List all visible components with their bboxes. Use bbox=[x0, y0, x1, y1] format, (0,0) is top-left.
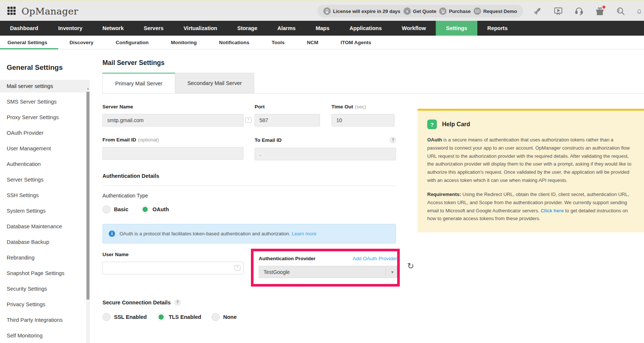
sidebar-item-database-backup[interactable]: Database Backup bbox=[0, 236, 90, 248]
support-headset-icon[interactable] bbox=[574, 6, 584, 16]
subnav-general-settings[interactable]: General Settings bbox=[0, 36, 58, 49]
secure-connection-heading: Secure Connection Details bbox=[102, 300, 171, 306]
macro-picker-icon[interactable]: * bbox=[234, 265, 241, 271]
user-name-input[interactable] bbox=[102, 262, 243, 274]
nav-tab-inventory[interactable]: Inventory bbox=[48, 21, 92, 36]
purchase-button[interactable]: Purchase bbox=[439, 7, 471, 15]
add-oauth-provider-link[interactable]: Add OAuth Provider bbox=[353, 256, 397, 261]
alarm-bell-icon[interactable] bbox=[637, 6, 642, 16]
get-quote-button[interactable]: $ Get Quote bbox=[403, 7, 437, 15]
sidebar-item-database-maintenance[interactable]: Database Maintenance bbox=[0, 220, 90, 233]
search-icon[interactable] bbox=[616, 6, 625, 16]
server-name-input[interactable] bbox=[102, 114, 243, 127]
click-here-link[interactable]: Click here bbox=[541, 208, 564, 213]
scrollbar-up-arrow[interactable]: ▲ bbox=[86, 87, 89, 90]
whats-new-rocket-icon[interactable] bbox=[533, 6, 542, 16]
sidebar-list: Mail server settings SMS Server Settings… bbox=[0, 80, 90, 342]
macro-picker-icon[interactable]: * bbox=[245, 117, 252, 123]
timeout-input[interactable] bbox=[331, 114, 395, 127]
main-nav: Dashboard Inventory Network Servers Virt… bbox=[0, 21, 644, 36]
nav-tab-reports[interactable]: Reports bbox=[477, 21, 518, 36]
auth-type-radio-group: Basic OAuth bbox=[102, 205, 396, 213]
radio-basic[interactable]: Basic bbox=[102, 205, 128, 213]
sidebar-item-security-settings[interactable]: Security Settings bbox=[0, 282, 90, 295]
sidebar-item-mail-server-settings[interactable]: Mail server settings bbox=[0, 80, 90, 92]
chevron-down-icon[interactable]: ▾ bbox=[391, 270, 393, 275]
sidebar-item-server-settings[interactable]: Server Settings bbox=[0, 173, 90, 186]
nav-tab-virtualization[interactable]: Virtualization bbox=[173, 21, 227, 36]
radio-tls-label: TLS Enabled bbox=[169, 314, 201, 320]
help-card: ? Help Card OAuth is a secure means of a… bbox=[418, 109, 644, 232]
radio-ssl-label: SSL Enabled bbox=[114, 314, 147, 320]
sidebar-item-authentication[interactable]: Authentication bbox=[0, 158, 90, 170]
svg-text:$: $ bbox=[406, 10, 408, 13]
settings-subnav: General Settings Discovery Configuration… bbox=[0, 36, 644, 49]
sidebar-item-rebranding[interactable]: Rebranding bbox=[0, 251, 90, 264]
header-icons bbox=[533, 6, 642, 16]
radio-none-circle[interactable] bbox=[212, 313, 220, 321]
select-divider bbox=[385, 268, 386, 275]
nav-tab-applications[interactable]: Applications bbox=[339, 21, 392, 36]
port-input[interactable] bbox=[255, 114, 320, 127]
subnav-discovery[interactable]: Discovery bbox=[58, 36, 105, 49]
radio-ssl-circle[interactable] bbox=[102, 313, 111, 321]
radio-none[interactable]: None bbox=[212, 313, 236, 321]
to-email-input[interactable] bbox=[255, 148, 396, 160]
request-demo-button[interactable]: Request Demo bbox=[474, 7, 517, 15]
radio-oauth-circle[interactable] bbox=[141, 205, 149, 213]
license-status[interactable]: License will expire in 29 days bbox=[323, 7, 400, 15]
secure-connection-help-icon[interactable]: ? bbox=[174, 299, 181, 306]
sidebar-item-sms-server-settings[interactable]: SMS Server Settings bbox=[0, 95, 90, 108]
nav-tab-settings[interactable]: Settings bbox=[436, 21, 477, 36]
nav-tab-storage[interactable]: Storage bbox=[227, 21, 267, 36]
cart-icon bbox=[439, 7, 447, 15]
subnav-notifications[interactable]: Notifications bbox=[208, 36, 261, 49]
training-video-icon[interactable] bbox=[553, 6, 563, 16]
to-email-label-row: To Email ID ? bbox=[255, 137, 396, 143]
sidebar-item-oauth-provider[interactable]: OAuth Provider bbox=[0, 127, 90, 139]
nav-tab-dashboard[interactable]: Dashboard bbox=[0, 21, 48, 36]
refresh-providers-button[interactable]: ↻ bbox=[407, 262, 414, 270]
sidebar-item-third-party-integrations[interactable]: Third Party Integrations bbox=[0, 314, 90, 326]
sidebar-item-ssh-settings[interactable]: SSH Settings bbox=[0, 189, 90, 202]
from-email-input[interactable] bbox=[102, 147, 243, 160]
mail-server-form: Server Name * Port Time Out bbox=[102, 104, 396, 321]
nav-tab-servers[interactable]: Servers bbox=[134, 21, 173, 36]
sidebar-item-snapshot-page-settings[interactable]: Snapshot Page Settings bbox=[0, 267, 90, 280]
oauth-info-text: OAuth is a protocol that facilitates tok… bbox=[120, 231, 316, 236]
nav-tab-network[interactable]: Network bbox=[92, 21, 134, 36]
sidebar-item-proxy-server-settings[interactable]: Proxy Server Settings bbox=[0, 111, 90, 124]
port-label: Port bbox=[255, 104, 331, 110]
subnav-ncm[interactable]: NCM bbox=[296, 36, 330, 49]
learn-more-link[interactable]: Learn more bbox=[292, 231, 316, 236]
app-grid-icon[interactable] bbox=[7, 7, 16, 16]
sidebar-scrollbar[interactable]: ▲ bbox=[86, 86, 90, 343]
scrollbar-thumb[interactable] bbox=[86, 92, 89, 300]
subnav-itom-agents[interactable]: ITOM Agents bbox=[330, 36, 383, 49]
sidebar-item-user-management[interactable]: User Management bbox=[0, 142, 90, 155]
get-quote-label: Get Quote bbox=[413, 9, 437, 14]
rewards-gift-icon[interactable] bbox=[595, 6, 605, 16]
sidebar-title: General Settings bbox=[0, 58, 90, 80]
radio-ssl-enabled[interactable]: SSL Enabled bbox=[102, 313, 147, 321]
auth-provider-select[interactable]: TestGoogle ▾ bbox=[259, 266, 397, 278]
sidebar-item-self-monitoring[interactable]: Self Monitoring bbox=[0, 329, 90, 342]
tab-primary-mail-server[interactable]: Primary Mail Server bbox=[102, 73, 175, 93]
secure-connection-heading-row: Secure Connection Details ? bbox=[102, 299, 396, 306]
radio-basic-circle[interactable] bbox=[102, 205, 111, 213]
help-card-title: Help Card bbox=[442, 121, 470, 128]
nav-tab-workflow[interactable]: Workflow bbox=[392, 21, 436, 36]
sidebar-item-privacy-settings[interactable]: Privacy Settings bbox=[0, 298, 90, 311]
nav-tab-maps[interactable]: Maps bbox=[305, 21, 339, 36]
subnav-monitoring[interactable]: Monitoring bbox=[160, 36, 208, 49]
to-email-help-icon[interactable]: ? bbox=[390, 137, 396, 143]
tab-secondary-mail-server[interactable]: Secondary Mail Server bbox=[175, 73, 254, 93]
radio-oauth[interactable]: OAuth bbox=[141, 205, 169, 213]
radio-tls-circle[interactable] bbox=[157, 313, 165, 321]
subnav-tools[interactable]: Tools bbox=[261, 36, 296, 49]
radio-tls-enabled[interactable]: TLS Enabled bbox=[157, 313, 201, 321]
info-icon: i bbox=[109, 231, 115, 237]
sidebar-item-system-settings[interactable]: System Settings bbox=[0, 205, 90, 217]
subnav-configuration[interactable]: Configuration bbox=[105, 36, 160, 49]
nav-tab-alarms[interactable]: Alarms bbox=[267, 21, 305, 36]
